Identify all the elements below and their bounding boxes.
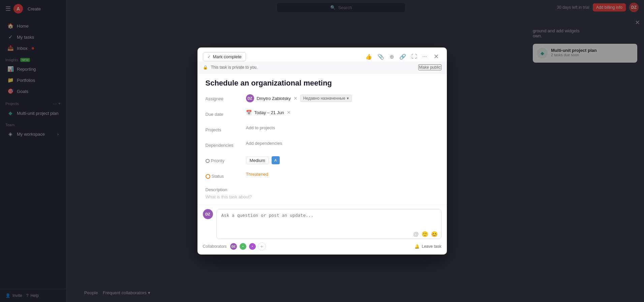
- modal-header: ✓ Mark complete 👍 📎 ⊕ 🔗 ⛶ ··· ✕: [197, 47, 447, 62]
- recently-label: Недавно назначенные: [303, 96, 345, 101]
- leave-task-button[interactable]: 🔔 Leave task: [415, 244, 441, 249]
- description-label: Description: [206, 187, 439, 192]
- assignee-label: Assignee: [206, 94, 246, 101]
- mention-icon[interactable]: @: [413, 231, 419, 237]
- add-dependencies-button[interactable]: Add dependencies: [246, 141, 282, 146]
- add-to-projects-button[interactable]: Add to projects: [246, 125, 275, 130]
- dependencies-label: Dependencies: [206, 141, 246, 148]
- status-label: Status: [206, 172, 246, 179]
- privacy-bar: 🔒 This task is private to you. Make publ…: [197, 62, 447, 73]
- clear-assignee-button[interactable]: ✕: [294, 96, 298, 101]
- assignee-value: DZ Dmytro Zablotsky ✕ Недавно назначенны…: [246, 94, 439, 102]
- comment-initials: DZ: [205, 212, 210, 216]
- collab-avatar-dz: DZ: [229, 242, 238, 250]
- comment-input[interactable]: [217, 209, 441, 228]
- collaborators-bar: Collaborators DZ • • + 🔔 Leave task: [203, 239, 441, 250]
- dependencies-value: Add dependencies: [246, 141, 439, 146]
- modal-body: Schedule an organizational meeting Assig…: [197, 73, 447, 205]
- status-badge[interactable]: Threatened: [246, 172, 269, 177]
- clear-due-date-button[interactable]: ✕: [287, 110, 291, 115]
- task-title[interactable]: Schedule an organizational meeting: [206, 79, 439, 88]
- assignee-avatar: DZ: [246, 94, 254, 102]
- status-text: Threatened: [246, 172, 269, 177]
- collaborators-avatars: DZ • • +: [229, 242, 266, 250]
- priority-value: Medium A: [246, 156, 439, 164]
- priority-field-row: Priority Medium A: [206, 156, 439, 167]
- expand-button[interactable]: ⛶: [410, 52, 418, 61]
- assignee-initials: DZ: [248, 97, 252, 100]
- comment-area: DZ @ 🙂 😊: [203, 209, 441, 239]
- comment-input-area: @ 🙂 😊: [216, 209, 441, 239]
- priority-badge[interactable]: Medium: [246, 157, 269, 164]
- due-date-field-row: Due date 📅 Today – 21 Jun ✕: [206, 110, 439, 121]
- status-field-row: Status Threatened: [206, 172, 439, 182]
- status-circle-icon: [206, 174, 210, 179]
- dependencies-field-row: Dependencies Add dependencies: [206, 141, 439, 152]
- projects-label: Projects: [206, 125, 246, 132]
- mark-complete-button[interactable]: ✓ Mark complete: [203, 52, 246, 61]
- mark-complete-label: Mark complete: [213, 54, 242, 59]
- copy-link-button[interactable]: 🔗: [398, 52, 407, 61]
- projects-value: Add to projects: [246, 125, 439, 130]
- modal-close-button[interactable]: ✕: [431, 52, 441, 62]
- privacy-text: This task is private to you.: [211, 65, 258, 70]
- recently-assigned-button[interactable]: Недавно назначенные ▾: [300, 95, 352, 102]
- collaborators-label: Collaborators: [203, 244, 227, 249]
- bell-icon: 🔔: [415, 244, 420, 249]
- description-section: Description What is this task about?: [206, 187, 439, 199]
- priority-text: Medium: [250, 158, 265, 163]
- due-date-label: Due date: [206, 110, 246, 117]
- checkmark-icon: ✓: [207, 54, 211, 59]
- calendar-icon: 📅: [246, 110, 252, 115]
- dropdown-chevron-icon: ▾: [347, 96, 349, 101]
- translate-icon: A: [272, 156, 280, 164]
- description-placeholder[interactable]: What is this task about?: [206, 194, 439, 199]
- due-date-value: 📅 Today – 21 Jun ✕: [246, 110, 439, 115]
- modal-footer: DZ @ 🙂 😊 Collaborators DZ •: [197, 205, 447, 255]
- add-collaborator-button[interactable]: +: [258, 242, 266, 250]
- make-public-button[interactable]: Make public: [418, 64, 441, 70]
- assignee-field-row: Assignee DZ Dmytro Zablotsky ✕ Недавно н…: [206, 94, 439, 105]
- collaborators-section: Collaborators DZ • • +: [203, 242, 266, 250]
- lock-icon: 🔒: [203, 65, 208, 70]
- modal-backdrop: ✓ Mark complete 👍 📎 ⊕ 🔗 ⛶ ··· ✕ 🔒 This t…: [0, 0, 644, 302]
- thumbs-up-button[interactable]: 👍: [364, 52, 373, 61]
- collab-avatar-3: •: [248, 242, 256, 250]
- comment-input-icons: @ 🙂 😊: [217, 230, 441, 239]
- priority-label: Priority: [206, 156, 246, 163]
- attachment-button[interactable]: 📎: [376, 52, 386, 61]
- leave-task-label: Leave task: [422, 244, 441, 249]
- projects-field-row: Projects Add to projects: [206, 125, 439, 136]
- comment-avatar: DZ: [203, 209, 213, 219]
- more-button[interactable]: ···: [421, 52, 428, 61]
- assignee-name: Dmytro Zablotsky: [257, 96, 291, 101]
- task-modal: ✓ Mark complete 👍 📎 ⊕ 🔗 ⛶ ··· ✕ 🔒 This t…: [197, 47, 447, 255]
- privacy-info: 🔒 This task is private to you.: [203, 65, 258, 70]
- attach-icon[interactable]: 😊: [431, 231, 438, 237]
- status-value: Threatened: [246, 172, 439, 177]
- modal-actions: 👍 📎 ⊕ 🔗 ⛶ ··· ✕: [364, 52, 441, 62]
- collab-avatar-2: •: [239, 242, 247, 250]
- due-date-text[interactable]: Today – 21 Jun: [254, 110, 284, 115]
- emoji-icon[interactable]: 🙂: [422, 231, 428, 237]
- priority-circle-icon: [206, 159, 210, 163]
- subtask-button[interactable]: ⊕: [388, 52, 395, 61]
